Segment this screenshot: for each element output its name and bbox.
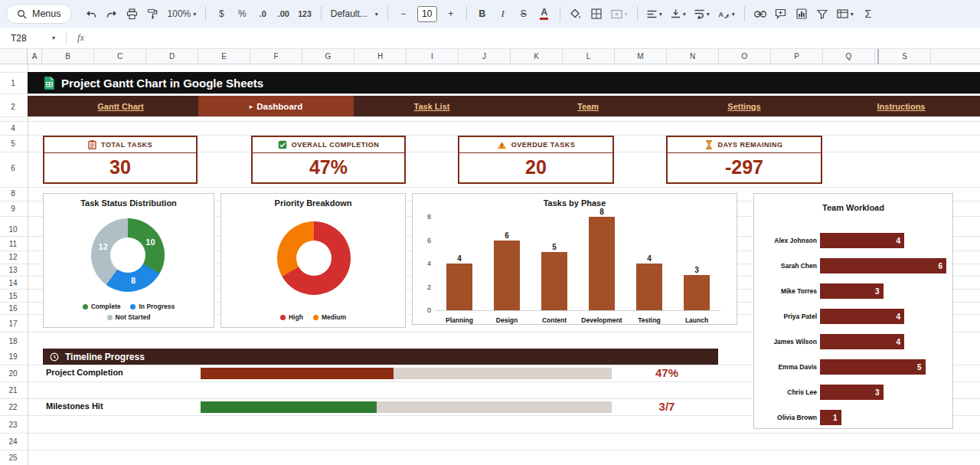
column-header-G[interactable]: G [302,49,354,64]
column-header-F[interactable]: F [250,49,302,64]
donut-chart [277,221,351,295]
column-header-O[interactable]: O [719,49,771,64]
column-header-I[interactable]: I [407,49,459,64]
row-header-20[interactable]: 20 [0,369,26,378]
kpi-header: TOTAL TASKS [44,137,196,153]
column-header-B[interactable]: B [42,49,94,64]
row-header-19[interactable]: 19 [0,352,26,361]
increase-font-size-button[interactable]: + [442,4,460,24]
chevron-down-icon: ▾ [193,11,196,18]
column-header-Q[interactable]: Q [823,49,875,64]
kpi-value: 47% [253,153,404,182]
more-formats-button[interactable]: 123 [295,4,315,24]
column-header-E[interactable]: E [198,49,250,64]
gridline [0,93,980,94]
tab-team[interactable]: Team [510,96,666,116]
zoom-dropdown[interactable]: 100%▾ [165,4,200,24]
redo-button[interactable] [103,4,121,24]
column-header-K[interactable]: K [511,49,563,64]
chart-legend: HighMedium [233,313,394,321]
bold-button[interactable]: B [473,4,492,24]
select-all-corner[interactable] [0,49,28,64]
paint-format-button[interactable] [144,4,162,24]
insert-comment-button[interactable] [772,4,790,24]
strikethrough-label: S [521,8,527,19]
merge-cells-dropdown[interactable]: ▾ [608,4,631,24]
format-percent-button[interactable]: % [233,4,251,24]
row-header-15[interactable]: 15 [0,292,26,300]
row-header-18[interactable]: 18 [0,337,26,345]
row-header-24[interactable]: 24 [0,437,26,446]
insert-link-button[interactable] [751,4,769,24]
row-header-14[interactable]: 14 [0,279,26,287]
row-header-2[interactable]: 2 [0,103,26,111]
row-header-11[interactable]: 11 [0,240,26,248]
row-header-1[interactable]: 1 [0,79,26,87]
row-header-10[interactable]: 10 [0,225,26,234]
decrease-decimals-button[interactable]: .0 [253,4,272,24]
column-header-P[interactable]: P [771,49,823,64]
row-header-6[interactable]: 6 [0,164,26,172]
row-header-23[interactable]: 23 [0,421,26,429]
print-button[interactable] [123,4,142,24]
tab-settings[interactable]: Settings [666,96,822,116]
format-currency-button[interactable]: $ [212,4,230,24]
row-header-16[interactable]: 16 [0,304,26,313]
tab-label: Task List [414,102,450,111]
italic-button[interactable]: I [494,4,512,24]
decrease-font-size-button[interactable]: − [394,4,413,24]
row-header-9[interactable]: 9 [0,205,26,213]
chart-tasks-by-phase[interactable]: Tasks by Phase 864204Planning6Design5Con… [412,193,737,325]
row-header-4[interactable]: 4 [0,124,26,133]
text-rotation-icon: A [718,9,730,19]
kpi-value: -297 [668,153,821,182]
vertical-align-dropdown[interactable]: ▾ [668,4,689,24]
row-header-25[interactable]: 25 [0,454,26,462]
row-header-12[interactable]: 12 [0,253,26,261]
text-wrap-dropdown[interactable]: ▾ [691,4,713,24]
text-rotation-dropdown[interactable]: A▾ [715,4,738,24]
legend-label: High [289,313,303,321]
kpi-card-days-remaining: DAYS REMAINING-297 [666,136,822,184]
column-header-M[interactable]: M [615,49,667,64]
row-header-17[interactable]: 17 [0,319,26,328]
tab-dashboard[interactable]: ▸Dashboard [198,96,354,116]
row-header-21[interactable]: 21 [0,386,26,395]
fill-color-button[interactable] [567,4,585,24]
cell-reference: T28 [11,33,27,44]
column-header-H[interactable]: H [354,49,407,64]
insert-chart-button[interactable] [792,4,811,24]
column-header-J[interactable]: J [459,49,511,64]
chart-team-workload[interactable]: Team Workload Alex Johnson4Sarah Chen6Mi… [753,193,953,429]
column-header-A[interactable]: A [28,49,42,64]
chart-task-status-distribution[interactable]: Task Status Distribution 10812CompleteIn… [43,193,214,328]
borders-button[interactable] [587,4,606,24]
column-header-S[interactable]: S [879,49,931,64]
bar-value-label: 6 [938,262,942,270]
font-size-input[interactable]: 10 [417,6,437,22]
menus-button[interactable]: Menus [6,4,72,24]
name-box[interactable]: T28 ▾ [0,33,63,44]
column-header-D[interactable]: D [146,49,198,64]
row-header-22[interactable]: 22 [0,403,26,411]
column-header-L[interactable]: L [563,49,615,64]
chart-priority-breakdown[interactable]: Priority Breakdown HighMedium [220,193,406,328]
undo-button[interactable] [82,4,100,24]
horizontal-align-dropdown[interactable]: ▾ [644,4,665,24]
tab-instructions[interactable]: Instructions [822,96,980,116]
column-header-N[interactable]: N [667,49,719,64]
row-header-5[interactable]: 5 [0,139,26,148]
tab-task-list[interactable]: Task List [354,96,510,116]
sheet-views-dropdown[interactable]: ▾ [834,4,857,24]
increase-decimals-button[interactable]: .00 [274,4,292,24]
tab-gantt-chart[interactable]: Gantt Chart [43,96,198,116]
functions-button[interactable]: Σ [859,4,877,24]
column-header-C[interactable]: C [94,49,146,64]
strikethrough-button[interactable]: S [514,4,533,24]
font-dropdown[interactable]: Default...▾ [328,4,381,24]
bar-launch [684,275,710,310]
row-header-8[interactable]: 8 [0,189,26,198]
create-filter-button[interactable] [813,4,831,24]
text-color-button[interactable]: A [535,4,554,24]
row-header-13[interactable]: 13 [0,266,26,274]
